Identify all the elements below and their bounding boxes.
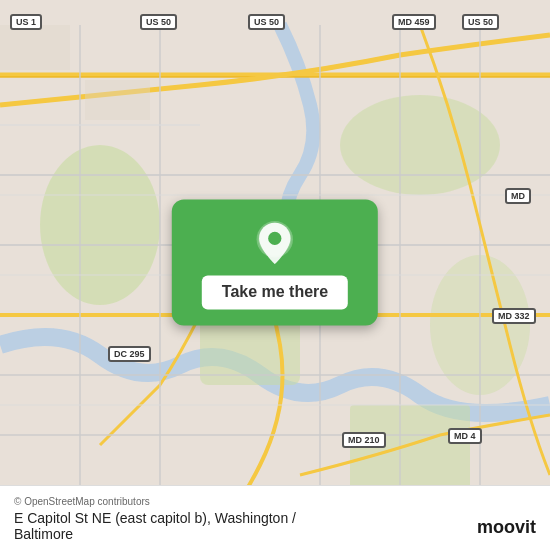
shield-us50b: US 50 [248,14,285,30]
info-bar: © OpenStreetMap contributors E Capitol S… [0,485,550,550]
shield-md459: MD 459 [392,14,436,30]
shield-us50c: US 50 [462,14,499,30]
take-me-there-button[interactable]: Take me there [202,275,348,309]
green-card: Take me there [172,199,378,325]
shield-us50a: US 50 [140,14,177,30]
svg-rect-22 [0,25,70,70]
svg-point-26 [268,232,281,245]
location-name-line2: Baltimore [14,526,73,542]
copyright-text: © OpenStreetMap contributors [14,496,536,507]
location-pin-icon [251,219,299,267]
moovit-logo: moovit [477,517,536,538]
shield-us1: US 1 [10,14,42,30]
shield-md210: MD 210 [342,432,386,448]
take-me-there-container[interactable]: Take me there [172,199,378,325]
shield-md332: MD 332 [492,308,536,324]
location-name-line1: E Capitol St NE (east capitol b), Washin… [14,510,296,526]
map-container: US 1 US 50 US 50 US 50 MD 459 MD MD 332 … [0,0,550,550]
location-name: E Capitol St NE (east capitol b), Washin… [14,510,536,542]
shield-md4: MD 4 [448,428,482,444]
svg-point-1 [40,145,160,305]
shield-dc295b: DC 295 [108,346,151,362]
svg-point-3 [340,95,500,195]
svg-rect-23 [85,80,150,120]
shield-md: MD [505,188,531,204]
moovit-name: moovit [477,517,536,538]
